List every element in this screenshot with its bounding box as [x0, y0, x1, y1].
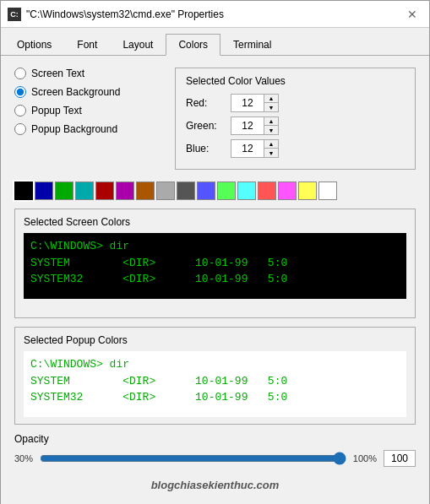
green-spin-down[interactable]: ▼ [264, 126, 278, 134]
screen-line-3: SYSTEM32 <DIR> 10-01-99 5:0 [30, 271, 400, 288]
window-title: "C:\Windows\system32\cmd.exe" Properties [26, 8, 224, 20]
opacity-min-label: 30% [14, 453, 33, 463]
radio-popup-text-label: Popup Text [31, 105, 82, 117]
color-swatch-5[interactable] [116, 182, 134, 200]
tab-bar: Options Font Layout Colors Terminal [1, 28, 429, 56]
tab-layout[interactable]: Layout [110, 34, 166, 56]
radio-popup-text-input[interactable] [14, 105, 26, 117]
radio-screen-background[interactable]: Screen Background [14, 86, 158, 98]
blue-spin-up[interactable]: ▲ [264, 140, 278, 149]
blue-input[interactable] [231, 141, 264, 156]
green-label: Green: [186, 120, 224, 132]
blue-label: Blue: [186, 143, 224, 154]
close-button[interactable]: ✕ [402, 4, 422, 24]
blue-spin-btns: ▲ ▼ [264, 140, 278, 157]
content-area: Screen Text Screen Background Popup Text… [1, 56, 429, 504]
red-label: Red: [186, 97, 224, 109]
color-swatch-12[interactable] [258, 182, 276, 200]
opacity-row: 30% 100% [14, 450, 416, 467]
app-icon: C: [8, 8, 21, 21]
radio-popup-background-label: Popup Background [31, 123, 117, 135]
opacity-max-label: 100% [353, 453, 377, 463]
screen-colors-section: Selected Screen Colors C:\WINDOWS> dir S… [14, 209, 416, 318]
color-swatch-6[interactable] [136, 182, 155, 200]
tab-terminal[interactable]: Terminal [220, 34, 284, 56]
color-swatch-1[interactable] [35, 182, 53, 200]
blue-spin-down[interactable]: ▼ [264, 149, 278, 157]
popup-colors-label: Selected Popup Colors [24, 334, 406, 346]
radio-screen-background-input[interactable] [14, 86, 26, 98]
color-swatch-4[interactable] [95, 182, 114, 200]
radio-screen-text-label: Screen Text [31, 68, 84, 79]
color-values-title: Selected Color Values [186, 75, 405, 87]
color-swatch-14[interactable] [298, 182, 317, 200]
radio-screen-background-label: Screen Background [31, 86, 120, 98]
popup-colors-preview: C:\WINDOWS> dir SYSTEM <DIR> 10-01-99 5:… [24, 351, 406, 417]
color-swatch-10[interactable] [217, 182, 236, 200]
green-input[interactable] [231, 118, 264, 133]
tab-font[interactable]: Font [64, 34, 110, 56]
popup-line-3: SYSTEM32 <DIR> 10-01-99 5:0 [30, 389, 400, 406]
radio-group: Screen Text Screen Background Popup Text… [14, 68, 158, 170]
watermark: blogchiasekienthuc.com [14, 479, 416, 491]
color-swatch-8[interactable] [177, 182, 195, 200]
radio-popup-background-input[interactable] [14, 123, 26, 135]
blue-row: Blue: ▲ ▼ [186, 139, 405, 158]
screen-line-1: C:\WINDOWS> dir [30, 238, 400, 255]
radio-popup-background[interactable]: Popup Background [14, 123, 158, 135]
opacity-input[interactable] [384, 450, 416, 467]
popup-line-2: SYSTEM <DIR> 10-01-99 5:0 [30, 373, 400, 390]
popup-colors-section: Selected Popup Colors C:\WINDOWS> dir SY… [14, 327, 416, 425]
opacity-section: Opacity 30% 100% [14, 433, 416, 467]
color-swatch-15[interactable] [318, 182, 337, 200]
color-swatch-7[interactable] [156, 182, 175, 200]
red-input[interactable] [231, 95, 264, 111]
properties-window: C: "C:\Windows\system32\cmd.exe" Propert… [0, 0, 430, 504]
color-values-box: Selected Color Values Red: ▲ ▼ Green: [175, 68, 416, 170]
red-spinbox: ▲ ▼ [231, 94, 279, 112]
color-swatch-3[interactable] [75, 182, 94, 200]
color-swatch-13[interactable] [278, 182, 297, 200]
tab-colors[interactable]: Colors [166, 34, 220, 56]
screen-line-2: SYSTEM <DIR> 10-01-99 5:0 [30, 255, 400, 272]
popup-line-1: C:\WINDOWS> dir [30, 356, 400, 373]
blue-spinbox: ▲ ▼ [231, 139, 279, 158]
red-spin-up[interactable]: ▲ [264, 95, 278, 103]
radio-popup-text[interactable]: Popup Text [14, 105, 158, 117]
title-bar: C: "C:\Windows\system32\cmd.exe" Propert… [1, 1, 429, 28]
radio-screen-text-input[interactable] [14, 68, 26, 79]
red-row: Red: ▲ ▼ [186, 94, 405, 112]
color-swatch-11[interactable] [237, 182, 256, 200]
screen-colors-label: Selected Screen Colors [24, 216, 406, 228]
green-spin-btns: ▲ ▼ [264, 117, 278, 134]
green-spinbox: ▲ ▼ [231, 117, 279, 135]
red-spin-btns: ▲ ▼ [264, 95, 278, 111]
opacity-label: Opacity [14, 433, 416, 445]
color-swatch-2[interactable] [55, 182, 73, 200]
red-spin-down[interactable]: ▼ [264, 103, 278, 111]
screen-colors-preview: C:\WINDOWS> dir SYSTEM <DIR> 10-01-99 5:… [24, 233, 406, 299]
green-spin-up[interactable]: ▲ [264, 117, 278, 126]
tab-options[interactable]: Options [4, 34, 64, 56]
opacity-slider[interactable] [40, 452, 346, 465]
top-row: Screen Text Screen Background Popup Text… [14, 68, 416, 170]
color-swatch-0[interactable] [14, 182, 33, 200]
title-bar-left: C: "C:\Windows\system32\cmd.exe" Propert… [8, 8, 224, 21]
color-swatch-9[interactable] [197, 182, 215, 200]
color-palette [14, 182, 416, 200]
green-row: Green: ▲ ▼ [186, 117, 405, 135]
radio-screen-text[interactable]: Screen Text [14, 68, 158, 79]
